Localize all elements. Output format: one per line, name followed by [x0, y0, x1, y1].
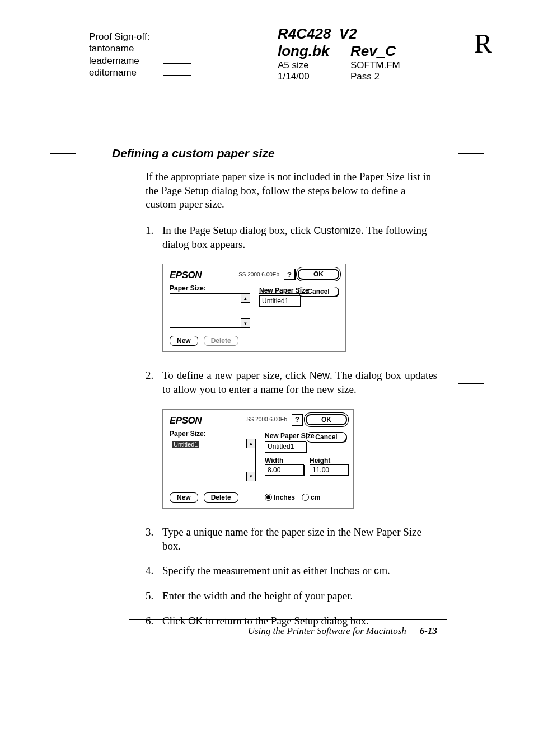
doc-date: 1/14/00 — [278, 71, 350, 82]
signoff-blank — [163, 75, 191, 76]
paper-size-label: Paper Size: — [170, 284, 250, 292]
page-number: 6-13 — [420, 626, 437, 637]
step-number: 1. — [146, 224, 162, 251]
crop-tick — [269, 660, 269, 694]
proof-signoff-block: Proof Sign-off: tantoname leadername edi… — [83, 31, 268, 95]
new-button[interactable]: New — [170, 336, 198, 346]
text: In the Page Setup dialog box, click — [162, 224, 313, 236]
footer-title: Using the Printer Software for Macintosh — [248, 626, 406, 637]
step-text: Enter the width and the height of your p… — [162, 589, 353, 603]
help-button[interactable]: ? — [292, 414, 303, 425]
help-button[interactable]: ? — [284, 269, 295, 280]
footer: Using the Printer Software for Macintosh… — [129, 626, 437, 637]
ok-button[interactable]: OK — [306, 415, 346, 425]
new-paper-size-label: New Paper Size — [259, 287, 309, 294]
customize-dialog-1: EPSON SS 2000 6.00Eb ? OK Cancel Paper S… — [162, 264, 346, 352]
step-5: 5. Enter the width and the height of you… — [146, 589, 437, 603]
radio-inches[interactable]: Inches — [265, 494, 295, 501]
crop-tick — [458, 599, 484, 599]
signoff-line: tantoname — [89, 43, 268, 54]
footer-rule — [129, 619, 447, 620]
crop-tick — [461, 660, 461, 694]
step-1: 1. In the Page Setup dialog box, click C… — [146, 224, 437, 251]
listbox-item-selected[interactable]: Untitled1 — [172, 441, 199, 448]
ui-term: Inches — [330, 565, 360, 576]
ui-term: Customize — [313, 225, 361, 236]
crop-tick — [458, 153, 484, 154]
radio-cm[interactable]: cm — [302, 494, 320, 501]
signoff-line: leadername — [89, 55, 268, 67]
signoff-blank — [163, 51, 191, 51]
text: Click — [162, 615, 188, 627]
new-paper-size-field[interactable]: Untitled1 — [265, 441, 306, 452]
doc-rev: Rev_C — [350, 43, 418, 60]
scroll-down-button[interactable]: ▾ — [241, 318, 250, 328]
step-3: 3. Type a unique name for the paper size… — [146, 525, 437, 553]
signoff-line: editorname — [89, 67, 268, 78]
width-field[interactable]: 8.00 — [265, 464, 304, 476]
ui-term: OK — [188, 616, 203, 627]
step-text: Type a unique name for the paper size in… — [162, 525, 437, 553]
text: or — [360, 565, 374, 576]
ok-button[interactable]: OK — [298, 269, 339, 279]
divider — [461, 25, 461, 95]
radio-dot-icon — [265, 494, 272, 501]
step-text: To define a new paper size, click New. T… — [162, 369, 437, 396]
signoff-name: leadername — [89, 55, 156, 67]
text: Specify the measurement unit as either — [162, 565, 330, 576]
signoff-heading: Proof Sign-off: — [89, 31, 268, 43]
step-number: 2. — [146, 369, 162, 396]
doc-file: long.bk — [278, 43, 350, 60]
page-letter: R — [474, 28, 492, 59]
section-heading: Defining a custom paper size — [112, 147, 437, 160]
crop-tick — [50, 153, 76, 154]
height-field[interactable]: 11.00 — [310, 464, 349, 476]
crop-tick — [458, 383, 484, 384]
text: . — [387, 565, 390, 576]
step-number: 4. — [146, 564, 162, 578]
doc-code: R4C428_V2 — [278, 25, 350, 43]
step-text: In the Page Setup dialog box, click Cust… — [162, 224, 437, 251]
radio-label: cm — [311, 494, 320, 501]
paper-size-listbox[interactable]: ▴ ▾ — [170, 293, 250, 328]
ui-term: cm — [374, 565, 387, 576]
paper-size-listbox[interactable]: Untitled1 ▴ ▾ — [170, 439, 256, 481]
doc-softfm: SOFTM.FM — [350, 60, 418, 71]
scroll-up-button[interactable]: ▴ — [241, 293, 250, 303]
content-column: Defining a custom paper size If the appr… — [129, 147, 437, 628]
scroll-down-button[interactable]: ▾ — [246, 472, 256, 481]
width-label: Width — [265, 457, 304, 464]
text: to return to the Page Setup dialog box. — [203, 615, 369, 627]
version-text: SS 2000 6.00Eb — [246, 416, 287, 422]
doc-pass: Pass 2 — [350, 71, 418, 82]
step-number: 3. — [146, 525, 162, 553]
crop-tick — [50, 599, 76, 599]
version-text: SS 2000 6.00Eb — [238, 271, 279, 278]
crop-tick — [83, 660, 83, 694]
delete-button[interactable]: Delete — [204, 336, 238, 346]
radio-label: Inches — [274, 494, 295, 501]
doc-info-block: R4C428_V2 long.bk Rev_C A5 size SOFTM.FM… — [269, 25, 418, 95]
scroll-up-button[interactable]: ▴ — [246, 439, 256, 448]
ui-term: New — [310, 370, 330, 381]
step-4: 4. Specify the measurement unit as eithe… — [146, 564, 437, 578]
paper-size-label: Paper Size: — [170, 430, 256, 438]
step-2: 2. To define a new paper size, click New… — [146, 369, 437, 396]
delete-button[interactable]: Delete — [204, 492, 238, 503]
height-label: Height — [310, 457, 349, 464]
customize-dialog-2: EPSON SS 2000 6.00Eb ? OK Cancel Paper S… — [162, 409, 354, 509]
step-text: Specify the measurement unit as either I… — [162, 564, 390, 578]
intro-paragraph: If the appropriate paper size is not inc… — [146, 170, 437, 212]
signoff-name: tantoname — [89, 43, 156, 54]
radio-dot-icon — [302, 494, 309, 501]
text: To define a new paper size, click — [162, 369, 310, 381]
new-button[interactable]: New — [170, 492, 198, 503]
signoff-name: editorname — [89, 67, 156, 78]
doc-size: A5 size — [278, 60, 350, 71]
signoff-blank — [163, 63, 191, 64]
step-number: 5. — [146, 589, 162, 603]
new-paper-size-field[interactable]: Untitled1 — [259, 295, 301, 307]
new-paper-size-label: New Paper Size — [265, 432, 349, 440]
